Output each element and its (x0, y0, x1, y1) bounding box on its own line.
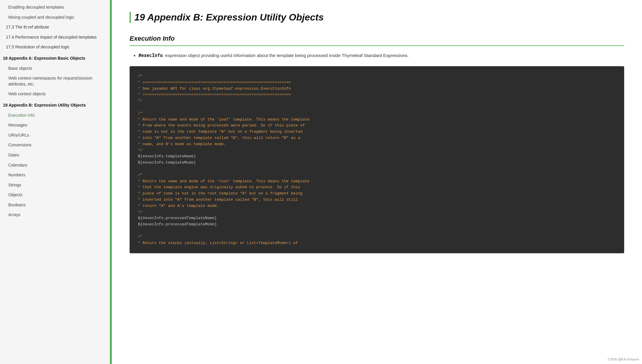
code-line: * Return the name and mode of the 'root'… (138, 178, 616, 185)
keyword: #execInfo (139, 53, 163, 58)
code-line: ${#execInfo.templateName} (138, 153, 616, 160)
code-line: /* (138, 172, 616, 178)
sidebar-item-web-context-ns[interactable]: Web context namespaces for request/sessi… (0, 73, 110, 89)
sidebar-item-booleans[interactable]: Booleans (0, 200, 110, 210)
code-line: * Return the name and mode of the 'leaf'… (138, 117, 616, 123)
main-content: 19 Appendix B: Expression Utility Object… (112, 0, 642, 364)
bullet-item: #execInfo: expression object providing u… (139, 52, 624, 59)
code-line: * name, and B's mode as template mode. (138, 141, 616, 148)
section-divider (130, 45, 624, 46)
sidebar-item-execution-info[interactable]: Execution Info (0, 110, 110, 121)
sidebar-item-thref[interactable]: 17.3 The th:ref attribute (0, 22, 110, 32)
sidebar-item-strings[interactable]: Strings (0, 180, 110, 190)
watermark: CSDN @KX-Greyson (608, 357, 639, 361)
sidebar-item-numbers[interactable]: Numbers (0, 170, 110, 180)
code-line (138, 166, 616, 172)
code-line: /* (138, 110, 616, 117)
sidebar-item-web-context-obj[interactable]: Web context objects (0, 89, 110, 99)
code-line: * that the template engine was originall… (138, 184, 616, 191)
sidebar-item-appendix-b[interactable]: 19 Appendix B: Expression Utility Object… (0, 100, 110, 110)
bullet-list: #execInfo: expression object providing u… (130, 52, 624, 59)
section-title: Execution Info (130, 35, 624, 42)
code-line: * into "A" from another template called … (138, 135, 616, 141)
code-line: * ======================================… (138, 80, 616, 86)
code-line: * piece of code is not in the root templ… (138, 191, 616, 197)
sidebar-item-arrays[interactable]: Arrays (0, 210, 110, 220)
sidebar-item-perf-impact[interactable]: 17.4 Performance impact of decoupled tem… (0, 32, 110, 42)
sidebar: Enabling decoupled templatesMixing coupl… (0, 0, 110, 364)
code-line: */ (138, 209, 616, 216)
code-line: */ (138, 98, 616, 104)
code-block: /* * ===================================… (130, 66, 624, 253)
sidebar-item-base-objects[interactable]: Base objects (0, 64, 110, 74)
sidebar-item-enabling-decoupled[interactable]: Enabling decoupled templates (0, 2, 110, 12)
code-line: * inserted into "A" from another templat… (138, 197, 616, 203)
sidebar-item-conversions[interactable]: Conversions (0, 140, 110, 150)
code-line: ${#execInfo.processedTemplateMode} (138, 221, 616, 228)
code-line: * Return the stacks (actually, List<Stri… (138, 240, 616, 246)
code-line: * ======================================… (138, 92, 616, 98)
sidebar-item-objects[interactable]: Objects (0, 190, 110, 200)
code-line: * return "A" and A's template mode. (138, 203, 616, 209)
sidebar-item-calendars[interactable]: Calendars (0, 160, 110, 170)
sidebar-item-dates[interactable]: Dates (0, 150, 110, 160)
code-line: * code is not in the root template "A" b… (138, 129, 616, 135)
sidebar-item-resolution[interactable]: 17.5 Resolution of decoupled logic (0, 42, 110, 52)
sidebar-item-mixing-coupled[interactable]: Mixing coupled and decoupled logic (0, 12, 110, 23)
page-title: 19 Appendix B: Expression Utility Object… (130, 12, 624, 23)
code-line: ${#execInfo.processedTemplateName} (138, 215, 616, 221)
code-line: */ (138, 148, 616, 154)
code-line: /* (138, 73, 616, 80)
description: : expression object providing useful inf… (163, 53, 409, 58)
code-line (138, 104, 616, 110)
code-line: * See javadoc API for class org.thymelea… (138, 86, 616, 92)
sidebar-item-messages[interactable]: Messages (0, 120, 110, 130)
sidebar-item-appendix-a[interactable]: 18 Appendix A: Expression Basic Objects (0, 53, 110, 64)
code-line (138, 228, 616, 234)
code-line: /* (138, 234, 616, 240)
accent-bar (110, 0, 112, 364)
sidebar-item-uris-urls[interactable]: URIs/URLs (0, 130, 110, 140)
code-line: * from where the events being processed … (138, 123, 616, 129)
code-line: ${#execInfo.templateMode} (138, 160, 616, 166)
